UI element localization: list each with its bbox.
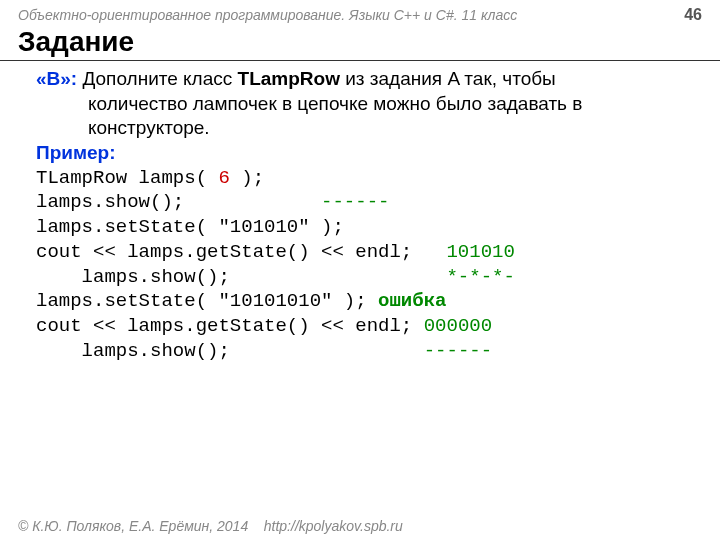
page-number: 46 (684, 6, 702, 24)
task-block: «B»: Дополните класс TLampRow из задания… (36, 67, 692, 141)
code-l2a: lamps.show(); (36, 191, 321, 213)
example-label: Пример: (36, 141, 692, 166)
course-title: Объектно-ориентированное программировани… (18, 7, 517, 23)
code-l7b: 000000 (424, 315, 492, 337)
task-text-1: Дополните класс (77, 68, 237, 89)
slide-title: Задание (0, 24, 720, 61)
slide-header: Объектно-ориентированное программировани… (0, 0, 720, 24)
code-l1b: 6 (218, 167, 229, 189)
copyright: © К.Ю. Поляков, Е.А. Ерёмин, 2014 (18, 518, 248, 534)
code-l5b: *-*-*- (446, 266, 514, 288)
code-l8b: ------ (424, 340, 492, 362)
code-l7a: cout << lamps.getState() << endl; (36, 315, 424, 337)
task-text-2: количество лампочек в цепочке можно было… (36, 92, 692, 117)
slide-footer: © К.Ю. Поляков, Е.А. Ерёмин, 2014 http:/… (18, 518, 403, 534)
code-l2b: ------ (321, 191, 389, 213)
code-l6b: ошибка (378, 290, 446, 312)
task-text-1b: из задания A так, чтобы (340, 68, 556, 89)
footer-url: http://kpolyakov.spb.ru (264, 518, 403, 534)
class-name: TLampRow (238, 68, 340, 89)
code-block: TLampRow lamps( 6 ); lamps.show(); -----… (36, 166, 692, 364)
code-l3: lamps.setState( "101010" ); (36, 216, 344, 238)
code-l5a: lamps.show(); (36, 266, 446, 288)
code-l6a: lamps.setState( "10101010" ); (36, 290, 378, 312)
code-l1c: ); (230, 167, 264, 189)
code-l8a: lamps.show(); (36, 340, 424, 362)
level-label: «B»: (36, 68, 77, 89)
code-l4b: 101010 (446, 241, 514, 263)
task-text-3: конструкторе. (36, 116, 692, 141)
slide-content: «B»: Дополните класс TLampRow из задания… (0, 67, 720, 363)
code-l1a: TLampRow lamps( (36, 167, 218, 189)
code-l4a: cout << lamps.getState() << endl; (36, 241, 446, 263)
